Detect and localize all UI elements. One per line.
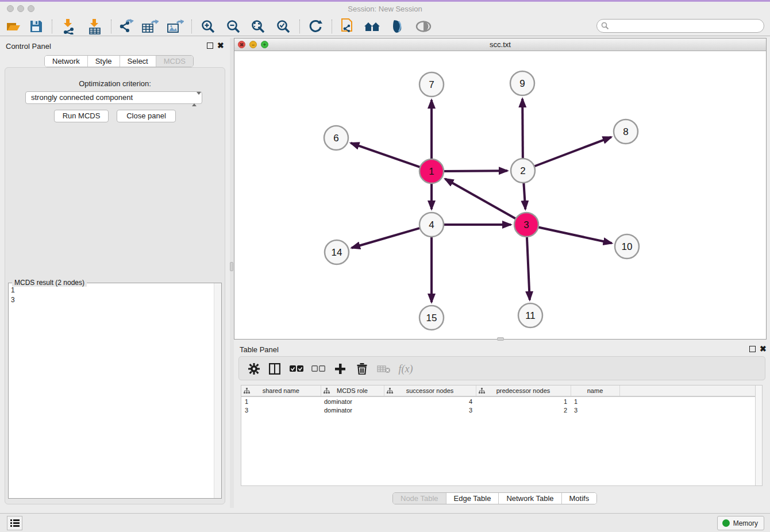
table-scrollbar[interactable]	[755, 385, 762, 485]
export-network-icon[interactable]	[117, 18, 134, 35]
tab-mcds[interactable]: MCDS	[156, 56, 193, 67]
import-table-icon[interactable]	[86, 18, 103, 35]
close-window-button[interactable]	[7, 5, 14, 12]
list-icon	[10, 519, 20, 527]
column-header-shared-name[interactable]: shared name	[241, 385, 321, 396]
graph-node-label: 11	[525, 310, 536, 321]
result-scrollbar[interactable]	[214, 283, 221, 498]
apply-layout-icon[interactable]	[307, 18, 324, 35]
table-settings-gear-icon[interactable]	[246, 361, 262, 377]
graph-edge-1-2[interactable]	[442, 171, 507, 171]
zoom-selected-icon[interactable]	[275, 18, 292, 35]
table-cell[interactable]: 1	[241, 396, 321, 406]
deselect-all-icon[interactable]	[310, 361, 326, 377]
maximize-window-button[interactable]	[28, 5, 34, 12]
tab-network[interactable]: Network	[45, 56, 88, 67]
optimization-criterion-value: strongly connected component	[31, 93, 133, 102]
vertical-splitter[interactable]	[230, 38, 234, 508]
export-table-icon[interactable]	[141, 18, 159, 35]
graph-edge-3-11[interactable]	[527, 236, 530, 300]
mcds-result-title: MCDS result (2 nodes)	[12, 279, 87, 287]
graph-edge-1-6[interactable]	[351, 143, 421, 168]
tab-node-table[interactable]: Node Table	[393, 493, 446, 504]
network-window-titlebar[interactable]: ✖ – + scc.txt	[234, 38, 766, 51]
table-header-row[interactable]: shared nameMCDS rolesuccessor nodesprede…	[241, 385, 756, 396]
toolbar-separator	[111, 20, 111, 33]
table-cell[interactable]: 4	[384, 396, 476, 406]
zoom-out-icon[interactable]	[225, 18, 242, 35]
network-canvas[interactable]: 1234678910111415	[234, 51, 766, 339]
table-cell[interactable]: 3	[571, 406, 619, 415]
select-all-icon[interactable]	[288, 361, 305, 377]
open-session-icon[interactable]	[5, 18, 22, 35]
network-close-icon[interactable]: ✖	[238, 41, 245, 48]
zoom-fit-icon[interactable]	[249, 18, 267, 35]
float-panel-icon[interactable]	[207, 43, 213, 49]
splitter-grip[interactable]	[230, 262, 233, 271]
close-panel-button[interactable]: Close panel	[117, 110, 176, 122]
memory-label: Memory	[733, 519, 758, 527]
delete-column-trash-icon[interactable]	[354, 361, 370, 377]
add-column-icon[interactable]	[332, 361, 348, 377]
close-table-panel-icon[interactable]: ✖	[760, 346, 767, 352]
table-cell[interactable]: 1	[476, 396, 571, 406]
save-session-icon[interactable]	[28, 18, 45, 35]
optimization-criterion-select[interactable]: strongly connected component	[25, 91, 202, 104]
table-cell[interactable]: dominator	[321, 396, 384, 406]
tab-select[interactable]: Select	[120, 56, 156, 67]
column-header-successor-nodes[interactable]: successor nodes	[384, 385, 476, 396]
first-neighbors-icon[interactable]	[364, 18, 381, 35]
zoom-in-icon[interactable]	[199, 18, 217, 35]
tab-network-table[interactable]: Network Table	[499, 493, 561, 504]
toolbar-separator	[191, 20, 192, 33]
table-body[interactable]: 1dominator4113dominator323	[241, 396, 756, 415]
graph-node-label: 3	[523, 219, 529, 230]
minimize-window-button[interactable]	[17, 5, 24, 12]
horizontal-splitter-grip[interactable]	[497, 337, 504, 341]
table-cell[interactable]: 2	[476, 406, 571, 415]
tab-edge-table[interactable]: Edge Table	[446, 493, 499, 504]
export-image-icon[interactable]	[167, 18, 184, 35]
task-history-button[interactable]	[7, 516, 22, 530]
show-columns-icon[interactable]	[267, 361, 283, 377]
mcds-result-text[interactable]: 1 3	[11, 286, 15, 305]
network-window-title: scc.txt	[234, 38, 766, 51]
table-row[interactable]: 1dominator411	[241, 396, 756, 406]
memory-status-icon	[722, 519, 730, 527]
table-cell[interactable]: dominator	[321, 406, 384, 415]
column-header-name[interactable]: name	[571, 385, 619, 396]
graph-node-label: 4	[429, 219, 434, 230]
graph-edge-4-14[interactable]	[352, 228, 421, 248]
graph-node-label: 8	[623, 126, 628, 137]
table-cell[interactable]: 1	[571, 396, 619, 406]
graph-edge-2-3[interactable]	[523, 182, 525, 209]
graph-node-label: 14	[332, 247, 342, 258]
tab-style[interactable]: Style	[88, 56, 120, 67]
import-network-icon[interactable]	[60, 18, 77, 35]
run-mcds-button[interactable]: Run MCDS	[54, 110, 109, 122]
graph-node-label: 15	[426, 313, 437, 323]
graph-edge-3-10[interactable]	[537, 227, 612, 243]
graph-edge-2-8[interactable]	[533, 137, 611, 167]
show-hide-panel-eye-icon[interactable]	[415, 18, 432, 35]
graph-edge-3-1[interactable]	[445, 179, 517, 219]
tab-motifs[interactable]: Motifs	[562, 493, 597, 504]
column-header-MCDS-role[interactable]: MCDS role	[321, 385, 384, 396]
table-row[interactable]: 3dominator323	[241, 406, 756, 415]
network-minimize-icon[interactable]: –	[249, 41, 257, 48]
search-input[interactable]	[596, 19, 764, 33]
main-toolbar	[0, 16, 770, 36]
hide-graphics-details-icon[interactable]	[389, 18, 406, 35]
graph-node-label: 9	[519, 78, 525, 89]
memory-button[interactable]: Memory	[717, 516, 764, 530]
table-cell[interactable]: 3	[384, 406, 476, 415]
close-panel-icon[interactable]: ✖	[217, 43, 224, 49]
column-header-predecessor-nodes[interactable]: predecessor nodes	[476, 385, 571, 396]
graph-node-label: 6	[333, 133, 338, 144]
table-type-tabs: Node TableEdge TableNetwork TableMotifs	[392, 492, 597, 504]
graph-edge-2-9[interactable]	[522, 99, 523, 160]
clone-network-icon[interactable]	[339, 18, 356, 35]
network-maximize-icon[interactable]: +	[261, 41, 268, 48]
float-table-panel-icon[interactable]	[749, 346, 756, 352]
table-cell[interactable]: 3	[241, 406, 321, 415]
